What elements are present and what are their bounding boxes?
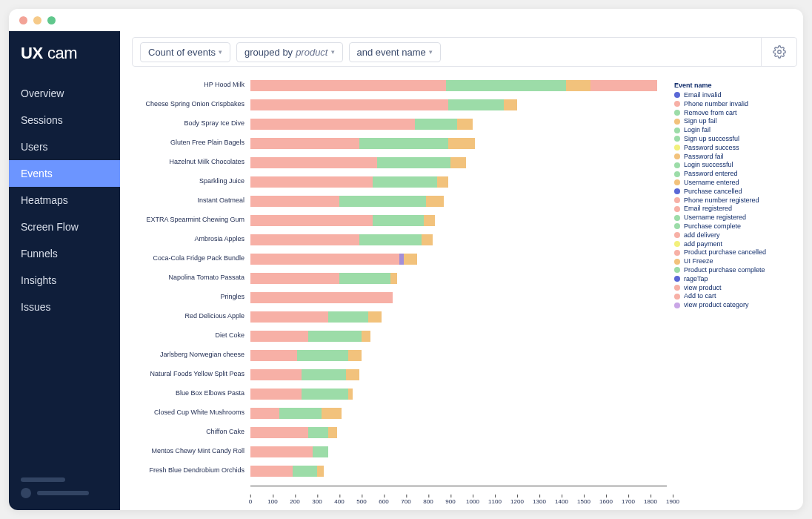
sidebar-item-overview[interactable]: Overview bbox=[9, 80, 120, 107]
legend-item[interactable]: Product purchase cancelled bbox=[674, 248, 794, 257]
minimize-icon[interactable] bbox=[33, 16, 41, 24]
bar-segment[interactable] bbox=[317, 466, 324, 477]
bar-segment[interactable] bbox=[250, 369, 302, 380]
bar[interactable] bbox=[250, 292, 667, 303]
sidebar-item-sessions[interactable]: Sessions bbox=[9, 107, 120, 133]
bar-segment[interactable] bbox=[250, 234, 359, 245]
bar-segment[interactable] bbox=[250, 389, 302, 400]
legend-item[interactable]: Sign up successful bbox=[674, 135, 794, 143]
bar-segment[interactable] bbox=[328, 427, 337, 438]
filter-grouped-by[interactable]: grouped by product ▾ bbox=[236, 42, 342, 62]
bar[interactable] bbox=[250, 234, 667, 245]
bar-segment[interactable] bbox=[448, 138, 475, 149]
sidebar-item-funnels[interactable]: Funnels bbox=[9, 240, 120, 267]
bar[interactable] bbox=[250, 331, 667, 342]
legend-item[interactable]: Login successful bbox=[674, 161, 794, 169]
bar-segment[interactable] bbox=[279, 408, 322, 419]
bar[interactable] bbox=[250, 99, 667, 110]
legend-item[interactable]: Password entered bbox=[674, 170, 794, 178]
bar-segment[interactable] bbox=[426, 196, 444, 207]
bar[interactable] bbox=[250, 369, 667, 380]
legend-item[interactable]: add payment bbox=[674, 240, 794, 248]
legend-item[interactable]: add delivery bbox=[674, 231, 794, 239]
bar[interactable] bbox=[250, 196, 667, 207]
sidebar-item-heatmaps[interactable]: Heatmaps bbox=[9, 187, 120, 214]
bar-segment[interactable] bbox=[566, 80, 590, 91]
bar-segment[interactable] bbox=[457, 119, 473, 130]
bar-segment[interactable] bbox=[302, 389, 348, 400]
bar-segment[interactable] bbox=[448, 99, 504, 110]
legend-item[interactable]: view product category bbox=[674, 301, 794, 309]
bar-segment[interactable] bbox=[250, 80, 446, 91]
legend-item[interactable]: Purchase cancelled bbox=[674, 188, 794, 196]
bar-segment[interactable] bbox=[373, 215, 424, 226]
filter-count-of-events[interactable]: Count of events ▾ bbox=[140, 42, 230, 62]
bar[interactable] bbox=[250, 427, 667, 438]
bar-segment[interactable] bbox=[250, 119, 415, 130]
bar-segment[interactable] bbox=[250, 466, 293, 477]
bar[interactable] bbox=[250, 80, 667, 91]
sidebar-item-users[interactable]: Users bbox=[9, 133, 120, 160]
bar-segment[interactable] bbox=[313, 446, 328, 457]
bar-segment[interactable] bbox=[250, 331, 308, 342]
legend-item[interactable]: Email registered bbox=[674, 205, 794, 213]
bar-segment[interactable] bbox=[373, 176, 437, 188]
bar-segment[interactable] bbox=[377, 157, 450, 168]
bar-segment[interactable] bbox=[348, 350, 362, 361]
bar[interactable] bbox=[250, 215, 667, 226]
bar-segment[interactable] bbox=[359, 138, 448, 149]
bar-segment[interactable] bbox=[293, 466, 317, 477]
bar-segment[interactable] bbox=[250, 408, 279, 419]
bar-segment[interactable] bbox=[322, 408, 342, 419]
maximize-icon[interactable] bbox=[47, 16, 56, 24]
bar[interactable] bbox=[250, 254, 667, 265]
bar-segment[interactable] bbox=[308, 427, 328, 438]
bar-segment[interactable] bbox=[404, 254, 417, 265]
legend-item[interactable]: Product purchase complete bbox=[674, 266, 794, 274]
bar-segment[interactable] bbox=[424, 215, 435, 226]
legend-item[interactable]: Username registered bbox=[674, 214, 794, 222]
legend-item[interactable]: Username entered bbox=[674, 179, 794, 187]
bar-segment[interactable] bbox=[250, 138, 359, 149]
bar-segment[interactable] bbox=[346, 369, 359, 380]
bar-segment[interactable] bbox=[308, 331, 362, 342]
settings-button[interactable] bbox=[761, 38, 796, 66]
legend-item[interactable]: Password success bbox=[674, 144, 794, 152]
sidebar-item-insights[interactable]: Insights bbox=[9, 267, 120, 294]
close-icon[interactable] bbox=[19, 16, 27, 24]
sidebar-item-events[interactable]: Events bbox=[9, 160, 120, 187]
legend-item[interactable]: Add to cart bbox=[674, 292, 794, 300]
legend-item[interactable]: Email invalid bbox=[674, 91, 794, 99]
bar-segment[interactable] bbox=[339, 273, 390, 284]
bar-segment[interactable] bbox=[250, 273, 339, 284]
bar-segment[interactable] bbox=[450, 157, 466, 168]
bar[interactable] bbox=[250, 119, 667, 130]
bar[interactable] bbox=[250, 157, 667, 168]
bar[interactable] bbox=[250, 350, 667, 361]
bar-segment[interactable] bbox=[250, 311, 328, 323]
bar-segment[interactable] bbox=[250, 99, 448, 110]
bar-segment[interactable] bbox=[348, 389, 353, 400]
bar-segment[interactable] bbox=[339, 196, 426, 207]
legend-item[interactable]: Sign up fail bbox=[674, 117, 794, 125]
bar[interactable] bbox=[250, 408, 667, 419]
bar-segment[interactable] bbox=[250, 157, 377, 168]
bar-segment[interactable] bbox=[422, 234, 433, 245]
bar[interactable] bbox=[250, 273, 667, 284]
bar[interactable] bbox=[250, 138, 667, 149]
bar-segment[interactable] bbox=[250, 196, 339, 207]
legend-item[interactable]: Phone number invalid bbox=[674, 100, 794, 108]
legend-item[interactable]: Login fail bbox=[674, 126, 794, 134]
bar-segment[interactable] bbox=[368, 311, 382, 323]
bar-segment[interactable] bbox=[250, 254, 399, 265]
bar-segment[interactable] bbox=[250, 350, 297, 361]
bar-segment[interactable] bbox=[590, 80, 657, 91]
sidebar-item-issues[interactable]: Issues bbox=[9, 294, 120, 320]
bar-segment[interactable] bbox=[390, 273, 397, 284]
legend-item[interactable]: Remove from cart bbox=[674, 109, 794, 117]
legend-item[interactable]: Phone number registered bbox=[674, 196, 794, 205]
bar-segment[interactable] bbox=[250, 292, 393, 303]
bar-segment[interactable] bbox=[250, 446, 313, 457]
legend-item[interactable]: UI Freeze bbox=[674, 257, 794, 265]
bar-segment[interactable] bbox=[446, 80, 566, 91]
